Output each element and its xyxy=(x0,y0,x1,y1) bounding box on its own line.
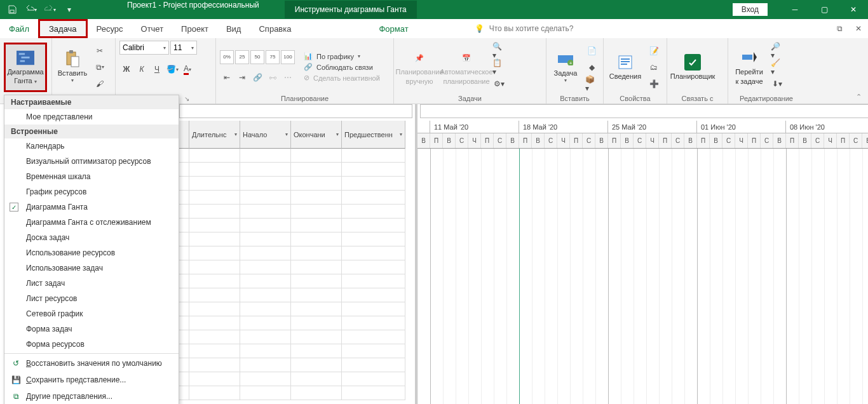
table-row[interactable] xyxy=(179,316,415,330)
timeline-add-icon[interactable]: ➕ xyxy=(647,77,661,91)
outdent-icon[interactable]: ⇤ xyxy=(220,71,234,84)
respect-links-button[interactable]: 🔗Соблюдать связи xyxy=(304,63,380,71)
collapse-ribbon-icon[interactable]: ⌃ xyxy=(856,93,862,101)
entry-bar-left[interactable] xyxy=(179,104,412,118)
qat-customize-icon[interactable]: ▾ xyxy=(62,3,76,17)
inactivate-button[interactable]: ⊘Сделать неактивной xyxy=(304,74,380,82)
font-dialog-launcher-icon[interactable]: ↘ xyxy=(184,95,189,102)
pct-75-icon[interactable]: 75 xyxy=(266,50,280,64)
find-icon[interactable]: 🔎▾ xyxy=(770,44,784,58)
table-row[interactable] xyxy=(179,163,415,177)
deliverable-icon[interactable]: 📦▾ xyxy=(585,77,599,91)
tab-task[interactable]: Задача xyxy=(38,19,88,38)
sheet-column-header[interactable]: Начало▾ xyxy=(240,121,291,149)
insert-task-button[interactable]: + Задача ▾ xyxy=(550,43,581,92)
view-menu-item[interactable]: Сетевой график xyxy=(4,306,179,321)
share-icon[interactable]: ⧉ xyxy=(837,24,843,33)
notes-icon[interactable]: 📝 xyxy=(647,44,661,58)
pct-100-icon[interactable]: 100 xyxy=(281,50,295,64)
fill-color-icon[interactable]: 🪣▾ xyxy=(165,62,179,76)
sheet-column-header[interactable]: Окончани▾ xyxy=(291,121,342,149)
information-button[interactable]: Сведения xyxy=(607,43,643,92)
summary-icon[interactable]: 📄 xyxy=(585,44,599,58)
view-menu-item[interactable]: Диаграмма Ганта с отслеживанием xyxy=(4,215,179,230)
tab-project[interactable]: Проект xyxy=(172,19,217,38)
table-row[interactable] xyxy=(179,274,415,288)
paste-button[interactable]: Вставить ▾ xyxy=(56,43,89,92)
view-menu-item[interactable]: Доска задач xyxy=(4,230,179,245)
mark-on-track-button[interactable]: 📊По графику ▾ xyxy=(304,52,380,60)
split-task-icon[interactable]: ⋯ xyxy=(281,71,295,84)
close-pane-icon[interactable]: ✕ xyxy=(855,24,862,33)
italic-icon[interactable]: К xyxy=(135,62,149,76)
scroll-to-task-button[interactable]: Перейти к задаче xyxy=(732,43,766,92)
undo-icon[interactable]: ▾ xyxy=(24,3,38,17)
save-icon[interactable] xyxy=(5,3,19,17)
font-name-select[interactable]: Calibri▾ xyxy=(119,41,169,55)
table-row[interactable] xyxy=(179,386,415,400)
font-color-icon[interactable]: A▾ xyxy=(180,62,194,76)
view-menu-reset[interactable]: ↺Восстановить значения по умолчанию xyxy=(4,355,179,372)
view-menu-item[interactable]: Использование задач xyxy=(4,260,179,276)
planner-button[interactable]: Планировщик xyxy=(671,43,714,92)
milestone-icon[interactable]: ◆ xyxy=(585,60,599,74)
view-menu-item[interactable]: Календарь xyxy=(4,138,179,154)
link-tasks-icon[interactable]: 🔗 xyxy=(250,71,264,84)
tab-report[interactable]: Отчет xyxy=(132,19,173,38)
view-menu-item[interactable]: Форма ресурсов xyxy=(4,337,179,352)
gantt-chart-area[interactable]: 11 Май '2018 Май '2025 Май '2001 Июн '20… xyxy=(417,104,868,404)
entry-bar-right[interactable] xyxy=(420,104,868,118)
table-row[interactable] xyxy=(179,302,415,316)
clear-icon[interactable]: 🧹▾ xyxy=(770,60,784,74)
tab-help[interactable]: Справка xyxy=(250,19,300,38)
view-menu-item[interactable]: Лист ресурсов xyxy=(4,291,179,306)
view-menu-my-view[interactable]: Мое представлени xyxy=(4,109,179,125)
gantt-chart-button[interactable]: Диаграмма Ганта ▾ xyxy=(4,43,47,92)
mode-icon[interactable]: ⚙▾ xyxy=(492,77,506,91)
details-icon[interactable]: 🗂 xyxy=(647,60,661,74)
pct-0-icon[interactable]: 0% xyxy=(220,50,234,64)
view-menu-item[interactable]: Визуальный оптимизатор ресурсов xyxy=(4,154,179,169)
table-row[interactable] xyxy=(179,191,415,205)
tell-me-search[interactable]: 💡 Что вы хотите сделать? xyxy=(475,19,574,38)
maximize-icon[interactable]: ▢ xyxy=(810,0,839,19)
font-size-select[interactable]: 11▾ xyxy=(170,41,197,55)
redo-icon[interactable]: ▾ xyxy=(43,3,57,17)
sheet-column-header[interactable] xyxy=(179,121,189,149)
cut-icon[interactable]: ✂ xyxy=(93,44,107,58)
unlink-tasks-icon[interactable]: ⧟ xyxy=(266,71,280,84)
view-menu-item[interactable]: ✓Диаграмма Ганта xyxy=(4,199,179,215)
view-menu-item[interactable]: График ресурсов xyxy=(4,184,179,199)
table-row[interactable] xyxy=(179,177,415,191)
fill-icon[interactable]: ⬇▾ xyxy=(770,77,784,91)
table-row[interactable] xyxy=(179,344,415,358)
manual-schedule-button[interactable]: 📌 Планирование вручную xyxy=(398,43,441,92)
tab-file[interactable]: Файл xyxy=(0,19,38,38)
table-row[interactable] xyxy=(179,372,415,386)
move-icon[interactable]: 📋▾ xyxy=(492,60,506,74)
table-row[interactable] xyxy=(179,358,415,372)
view-menu-save[interactable]: 💾Сохранить представление... xyxy=(4,372,179,388)
table-row[interactable] xyxy=(179,205,415,219)
tab-view[interactable]: Вид xyxy=(217,19,250,38)
copy-icon[interactable]: ⧉▾ xyxy=(93,60,107,74)
table-row[interactable] xyxy=(179,260,415,274)
close-icon[interactable]: ✕ xyxy=(839,0,868,19)
login-button[interactable]: Вход xyxy=(733,3,768,16)
sheet-column-header[interactable]: Длительнс▾ xyxy=(189,121,240,149)
view-menu-item[interactable]: Лист задач xyxy=(4,276,179,291)
table-row[interactable] xyxy=(179,219,415,232)
table-row[interactable] xyxy=(179,330,415,344)
sheet-column-header[interactable]: Предшественн▾ xyxy=(342,121,405,149)
table-row[interactable] xyxy=(179,149,415,163)
inspect-icon[interactable]: 🔍▾ xyxy=(492,44,506,58)
view-menu-item[interactable]: Временная шкала xyxy=(4,169,179,184)
auto-schedule-button[interactable]: 📅 Автоматическое планирование xyxy=(445,43,488,92)
pct-50-icon[interactable]: 50 xyxy=(250,50,264,64)
bold-icon[interactable]: Ж xyxy=(119,62,133,76)
task-sheet[interactable]: Длительнс▾Начало▾Окончани▾Предшественн▾ xyxy=(179,104,417,404)
format-painter-icon[interactable]: 🖌 xyxy=(93,77,107,91)
pct-25-icon[interactable]: 25 xyxy=(235,50,249,64)
table-row[interactable] xyxy=(179,246,415,260)
underline-icon[interactable]: Ч xyxy=(150,62,164,76)
